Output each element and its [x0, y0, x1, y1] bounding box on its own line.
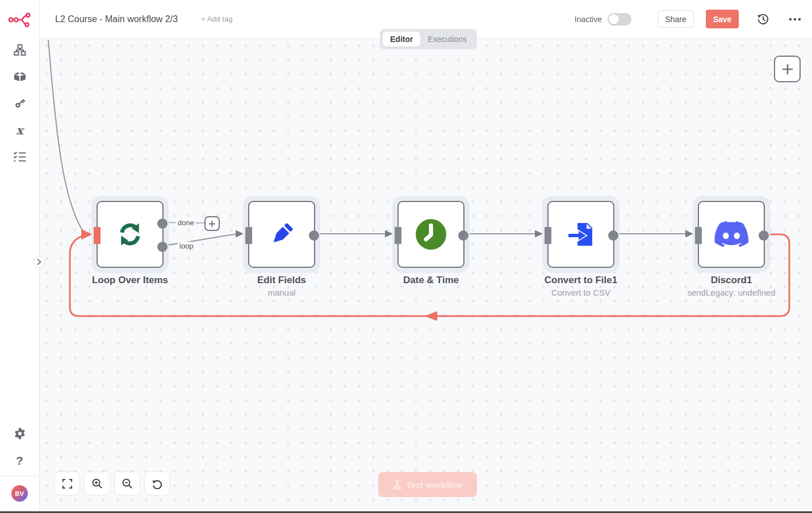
arrowhead — [535, 230, 543, 238]
share-button[interactable]: Share — [658, 10, 694, 28]
node-body[interactable] — [248, 201, 315, 268]
user-avatar[interactable]: BV — [11, 485, 28, 502]
main-sidebar: x — [0, 0, 40, 513]
output-label-done: done — [176, 218, 196, 227]
fit-view-button[interactable] — [54, 472, 80, 495]
node-body[interactable] — [97, 201, 164, 268]
reset-zoom-button[interactable] — [144, 472, 170, 495]
node-body[interactable] — [698, 201, 765, 268]
node-title: Convert to File1 — [524, 275, 638, 286]
reset-zoom-icon — [152, 478, 163, 489]
arrowhead — [385, 230, 393, 238]
checklist-icon — [13, 151, 27, 162]
save-button[interactable]: Save — [706, 10, 739, 28]
flask-icon — [393, 480, 401, 490]
sitemap-icon — [14, 44, 26, 56]
loopback-input-arrowhead — [81, 229, 93, 240]
workflow-title[interactable]: L2 Course - Main workflow 2/3 — [55, 14, 178, 24]
add-connected-node-button[interactable] — [204, 216, 220, 231]
sidebar-nav: x — [10, 43, 30, 163]
node-body[interactable] — [547, 201, 614, 268]
editor-executions-tabs: Editor Executions — [380, 29, 477, 49]
key-icon — [14, 97, 26, 110]
loopback-mid-arrowhead — [424, 312, 437, 321]
test-workflow-label: Test workflow — [407, 480, 463, 490]
discord-icon — [714, 221, 748, 248]
node-body[interactable] — [397, 201, 464, 268]
sidebar-footer: ? BV — [0, 427, 39, 513]
zoom-in-button[interactable] — [84, 472, 110, 495]
input-endpoint[interactable] — [94, 227, 101, 244]
more-options-button[interactable] — [788, 12, 802, 27]
plus-icon — [208, 220, 216, 228]
input-endpoint[interactable] — [695, 227, 702, 244]
node-title: Date & Time — [374, 275, 488, 286]
tab-editor[interactable]: Editor — [383, 32, 420, 47]
incoming-connection[interactable] — [48, 40, 85, 234]
sidebar-item-help[interactable]: ? — [10, 454, 30, 468]
node-title: Loop Over Items — [73, 275, 187, 286]
output-endpoint[interactable] — [309, 230, 319, 241]
node-title: Discord1 — [675, 275, 788, 286]
output-endpoint[interactable] — [759, 230, 769, 241]
test-workflow-button[interactable]: Test workflow — [378, 472, 477, 497]
clock-icon — [415, 218, 447, 251]
sidebar-item-workflows[interactable] — [10, 43, 30, 57]
ellipsis-icon — [789, 18, 801, 21]
zoom-out-button[interactable] — [114, 472, 140, 495]
workflow-history-button[interactable] — [756, 12, 771, 27]
variables-icon: x — [16, 124, 23, 136]
sidebar-collapse-toggle[interactable] — [33, 256, 45, 268]
node-subtitle: manual — [214, 288, 350, 297]
node-discord[interactable]: Discord1 sendLegacy: undefined — [698, 201, 765, 268]
file-import-icon — [565, 218, 597, 250]
plus-icon — [781, 63, 794, 75]
status-label: Inactive — [575, 15, 602, 24]
sidebar-divider — [0, 476, 40, 476]
sidebar-item-settings[interactable] — [10, 427, 30, 440]
node-convert-to-file[interactable]: Convert to File1 Convert to CSV — [547, 201, 614, 268]
chevron-right-icon — [37, 259, 41, 265]
output-endpoint-done[interactable] — [157, 218, 168, 229]
zoom-in-icon — [91, 478, 103, 489]
node-subtitle: sendLegacy: undefined — [663, 288, 800, 297]
toggle-knob — [609, 14, 619, 24]
package-icon — [13, 71, 27, 82]
add-node-button[interactable] — [774, 56, 801, 82]
gear-icon — [14, 427, 26, 440]
fit-view-icon — [62, 478, 73, 489]
n8n-logo[interactable] — [7, 9, 32, 28]
zoom-out-icon — [122, 478, 133, 489]
help-icon: ? — [16, 454, 23, 468]
input-endpoint[interactable] — [545, 227, 551, 244]
output-endpoint-loop[interactable] — [157, 242, 168, 252]
input-endpoint[interactable] — [395, 227, 401, 244]
node-loop-over-items[interactable]: Loop Over Items — [97, 201, 164, 268]
n8n-app: done loop Loop Over Items — [0, 0, 812, 513]
active-toggle[interactable] — [608, 13, 631, 26]
output-label-loop: loop — [178, 242, 195, 250]
sidebar-item-variables[interactable]: x — [10, 123, 30, 137]
arrowhead — [236, 230, 244, 238]
input-endpoint[interactable] — [245, 227, 252, 244]
output-endpoint[interactable] — [458, 230, 468, 241]
workflow-canvas[interactable]: done loop Loop Over Items — [40, 39, 812, 513]
add-tag-button[interactable]: + Add tag — [201, 15, 232, 23]
canvas-controls — [54, 472, 170, 495]
node-subtitle: Convert to CSV — [513, 288, 649, 297]
tab-executions[interactable]: Executions — [420, 32, 474, 47]
sidebar-item-credentials[interactable] — [10, 96, 30, 110]
output-endpoint[interactable] — [608, 230, 618, 241]
header-actions: Inactive Share Save — [575, 10, 812, 28]
connection-loop-to-editfields[interactable] — [163, 234, 237, 246]
arrowhead — [685, 230, 693, 238]
pencil-icon — [266, 218, 298, 250]
sidebar-item-executions[interactable] — [10, 150, 30, 163]
node-title: Edit Fields — [225, 275, 338, 286]
node-date-time[interactable]: Date & Time — [397, 201, 464, 268]
history-icon — [757, 13, 769, 26]
sidebar-item-templates[interactable] — [10, 70, 30, 83]
node-edit-fields[interactable]: Edit Fields manual — [248, 201, 315, 268]
loop-sync-icon — [115, 220, 145, 249]
